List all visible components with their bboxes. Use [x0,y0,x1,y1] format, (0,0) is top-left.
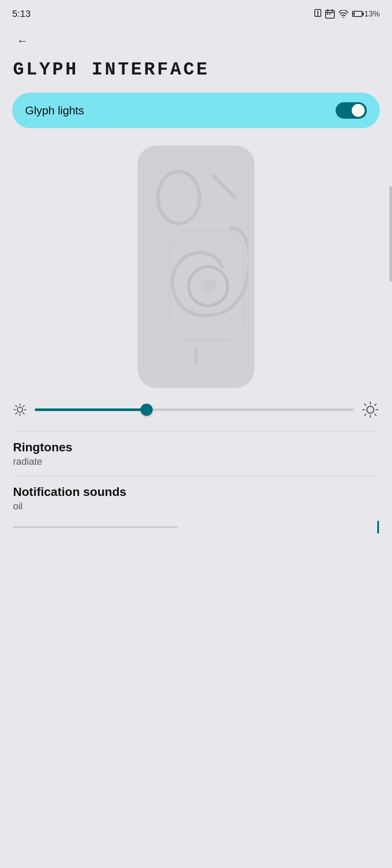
toggle-knob [352,104,365,117]
scroll-indicator-right [377,521,379,534]
brightness-slider[interactable] [35,408,354,411]
brightness-slider-row[interactable] [13,401,379,418]
battery-icon [352,11,363,17]
scroll-thumb-blue [377,521,379,534]
status-bar: 5:13 13% [0,0,392,26]
svg-line-30 [375,414,376,416]
glyph-lights-card[interactable]: Glyph lights [12,93,380,128]
svg-point-15 [17,407,23,412]
slider-thumb[interactable] [140,404,153,416]
brightness-min-icon [13,403,27,417]
notification-scroll-track [13,526,178,528]
notification-sounds-subtitle: oil [13,501,379,512]
page-title-container: GLYPH INTERFACE [13,60,379,80]
wifi-icon [338,10,349,18]
phone-body [137,146,255,388]
ringtones-title: Ringtones [13,440,379,454]
svg-rect-8 [329,13,330,15]
status-time: 5:13 [12,8,31,19]
scrollbar-track[interactable] [389,186,392,282]
svg-line-31 [375,404,376,406]
divider-2 [13,476,379,476]
glyph-design-svg [144,159,248,375]
svg-line-22 [23,405,24,407]
back-arrow-icon: ← [17,34,28,48]
notification-sounds-section[interactable]: Notification sounds oil [13,485,379,512]
glyph-lights-label: Glyph lights [25,104,84,117]
svg-line-29 [365,404,366,406]
ringtones-section[interactable]: Ringtones radiate [13,440,379,467]
svg-line-11 [213,176,235,198]
svg-line-21 [23,413,24,414]
back-button[interactable]: ← [12,30,33,51]
notification-sounds-title: Notification sounds [13,485,379,499]
page-title: GLYPH INTERFACE [13,60,379,80]
svg-point-13 [200,279,216,294]
glyph-lights-toggle[interactable] [336,102,367,119]
svg-point-9 [343,17,344,18]
svg-line-20 [16,405,17,407]
status-icons: 13% [314,9,380,19]
ringtones-subtitle: radiate [13,456,379,467]
svg-point-10 [158,172,199,223]
slider-track [35,408,354,411]
divider-1 [13,431,379,432]
alert-icon [314,9,322,19]
calendar-icon [325,9,335,19]
svg-line-23 [16,413,17,414]
bottom-area [13,521,379,534]
svg-rect-7 [327,13,328,15]
svg-point-24 [367,406,374,413]
svg-line-32 [365,414,366,416]
svg-point-2 [317,15,318,16]
battery-percent: 13% [364,10,380,19]
battery-indicator: 13% [352,10,380,19]
phone-illustration [133,141,259,392]
brightness-max-icon [362,401,379,418]
